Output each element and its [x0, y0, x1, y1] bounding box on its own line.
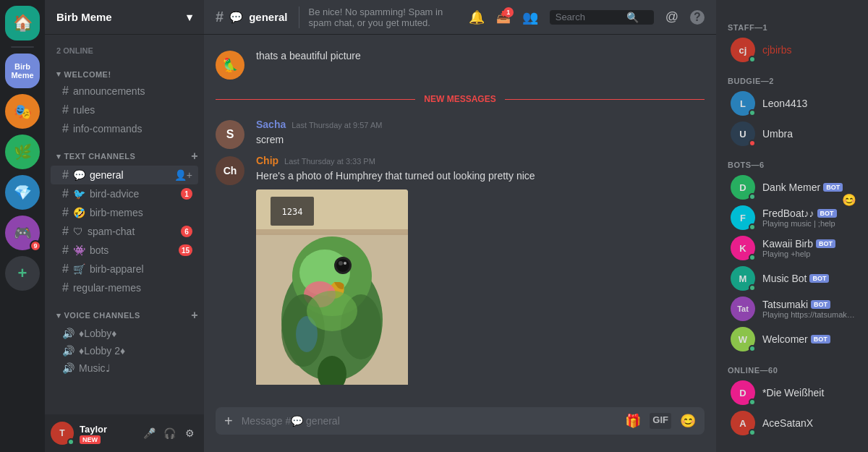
channel-hash-icon: # — [62, 281, 69, 294]
member-category-bots: BOTS—6 — [716, 149, 868, 172]
category-text-label: TEXT CHANNELS — [64, 152, 136, 161]
channel-spam-chat[interactable]: # 🛡 spam-chat 6 — [51, 222, 198, 241]
member-status-indicator — [749, 254, 756, 261]
at-icon[interactable]: @ — [665, 9, 678, 25]
server-badge-5: 9 — [30, 240, 41, 252]
member-avatar: F — [731, 205, 755, 230]
member-avatar: K — [731, 236, 755, 260]
member-acesatanx[interactable]: A AceSatanX — [722, 408, 862, 438]
parrot-svg: 1234 — [256, 189, 408, 385]
voice-music[interactable]: 🔊 Music♩ — [51, 359, 198, 377]
channel-name: announcements — [73, 85, 145, 97]
voice-lobby1[interactable]: 🔊 ♦Lobby♦ — [51, 325, 198, 342]
svg-rect-2 — [256, 229, 408, 235]
message-content: Sacha Last Thursday at 9:57 AM screm — [256, 119, 705, 149]
member-name: Umbra — [762, 128, 856, 140]
search-icon: 🔍 — [626, 12, 639, 23]
members-icon[interactable]: 👥 — [522, 9, 538, 25]
channel-emoji: 🐦 — [73, 188, 85, 200]
server-name: Birb Meme — [56, 11, 112, 23]
channel-announcements[interactable]: # announcements — [51, 82, 198, 101]
birb-meme-server-icon[interactable]: BirbMeme — [5, 54, 40, 88]
search-input[interactable] — [556, 12, 621, 22]
server-icon-3[interactable]: 🌿 — [5, 135, 40, 169]
channel-name: bird-advice — [90, 188, 139, 200]
member-music-bot[interactable]: M Music Bot BOT — [722, 263, 862, 294]
member-die-weissheit[interactable]: D *Die Weißheit — [722, 378, 862, 408]
member-category-budgie: BUDGIE—2 — [716, 65, 868, 88]
notification-bell-icon[interactable]: 🔔 — [469, 9, 485, 25]
server-icon-2[interactable]: 🎭 — [5, 94, 40, 129]
bot-badge: BOT — [823, 183, 843, 192]
online-count: 2 ONLINE — [45, 40, 204, 58]
category-text-arrow: ▾ — [56, 152, 61, 161]
category-voice-label: VOICE CHANNELS — [64, 311, 140, 320]
member-kawaii-birb[interactable]: K Kawaii Birb BOT Playing +help — [722, 233, 862, 263]
category-voice[interactable]: ▾ VOICE CHANNELS + — [45, 297, 204, 325]
search-bar[interactable]: 🔍 — [550, 10, 654, 25]
member-status-indicator — [749, 56, 756, 63]
member-info: Kawaii Birb BOT Playing +help — [762, 238, 856, 258]
member-name: Tatsumaki BOT — [762, 299, 856, 310]
member-dank-memer[interactable]: D Dank Memer BOT — [722, 172, 862, 202]
member-status-indicator — [749, 398, 756, 406]
channel-birb-apparel[interactable]: # 🛒 birb-apparel — [51, 260, 198, 278]
inbox-icon[interactable]: 📥 1 — [496, 10, 511, 24]
message-author: Chip — [256, 155, 278, 166]
voice-lobby2[interactable]: 🔊 ♦Lobby 2♦ — [51, 342, 198, 359]
user-name: Taylor — [80, 424, 135, 435]
member-leon[interactable]: L Leon4413 — [722, 88, 862, 119]
member-info: Umbra — [762, 128, 856, 140]
add-server-icon[interactable]: + — [5, 256, 40, 291]
member-cjbirbs[interactable]: cj cjbirbs — [722, 35, 862, 65]
category-text[interactable]: ▾ TEXT CHANNELS + — [45, 138, 204, 166]
channel-hash-icon: # — [62, 263, 69, 276]
user-avatar: T — [51, 422, 74, 445]
settings-button[interactable]: ⚙ — [181, 425, 198, 442]
member-fredboat[interactable]: F FredBoat♪♪ BOT Playing music | ;help — [722, 202, 862, 233]
add-channel-icon[interactable]: + — [191, 150, 198, 163]
member-info: cjbirbs — [762, 44, 856, 56]
server-icon-list: 🏠 BirbMeme 🎭 🌿 💎 🎮 9 + — [0, 0, 45, 452]
bot-badge: BOT — [809, 274, 829, 283]
inbox-badge: 1 — [503, 7, 514, 17]
message-text: screm — [256, 133, 705, 148]
deafen-button[interactable]: 🎧 — [161, 425, 178, 442]
gif-icon[interactable]: GIF — [650, 413, 671, 429]
member-umbra[interactable]: U Umbra — [722, 119, 862, 149]
channel-birb-memes[interactable]: # 🤣 birb-memes — [51, 203, 198, 222]
channel-sidebar: Birb Meme ▾ 2 ONLINE ▾ WELCOME! # announ… — [45, 0, 204, 452]
channel-bots[interactable]: # 👾 bots 15 — [51, 241, 198, 260]
member-status-indicator — [749, 223, 756, 231]
channel-general[interactable]: # 💬 general 👤+ — [51, 166, 198, 184]
message-input[interactable] — [242, 407, 617, 435]
member-category-online: ONLINE—60 — [716, 354, 868, 378]
category-welcome[interactable]: ▾ WELCOME! — [45, 58, 204, 82]
channel-rules[interactable]: # rules — [51, 101, 198, 119]
gift-icon[interactable]: 🎁 — [625, 413, 641, 429]
input-icons: 🎁 GIF 😊 — [625, 413, 696, 429]
member-welcomer[interactable]: W Welcomer BOT — [722, 324, 862, 354]
member-info: Welcomer BOT — [762, 333, 856, 345]
member-sub: Playing music | ;help — [762, 219, 856, 228]
channel-emoji: 🛡 — [73, 226, 83, 237]
message-header: Sacha Last Thursday at 9:57 AM — [256, 119, 705, 130]
server-icon-4[interactable]: 💎 — [5, 175, 40, 210]
add-attachment-button[interactable]: + — [224, 413, 233, 430]
channel-user-plus-icon[interactable]: 👤+ — [174, 169, 192, 181]
server-icon-5[interactable]: 🎮 9 — [5, 216, 40, 250]
member-tatsumaki[interactable]: Tat Tatsumaki BOT Playing https://tatsum… — [722, 294, 862, 324]
new-messages-line-left — [216, 99, 415, 100]
home-server-icon[interactable]: 🏠 — [5, 6, 40, 40]
member-sub: Playing +help — [762, 250, 856, 258]
channel-name: birb-apparel — [90, 263, 144, 275]
channel-regular-memes[interactable]: # regular-memes — [51, 278, 198, 297]
channel-info-commands[interactable]: # info-commands — [51, 119, 198, 138]
emoji-icon[interactable]: 😊 — [680, 413, 696, 429]
server-header[interactable]: Birb Meme ▾ — [45, 0, 204, 35]
help-icon[interactable]: ? — [690, 10, 705, 25]
channel-bird-advice[interactable]: # 🐦 bird-advice 1 — [51, 184, 198, 203]
mute-button[interactable]: 🎤 — [140, 425, 158, 442]
add-voice-channel-icon[interactable]: + — [191, 309, 198, 322]
message-header: Chip Last Thursday at 3:33 PM — [256, 155, 705, 166]
